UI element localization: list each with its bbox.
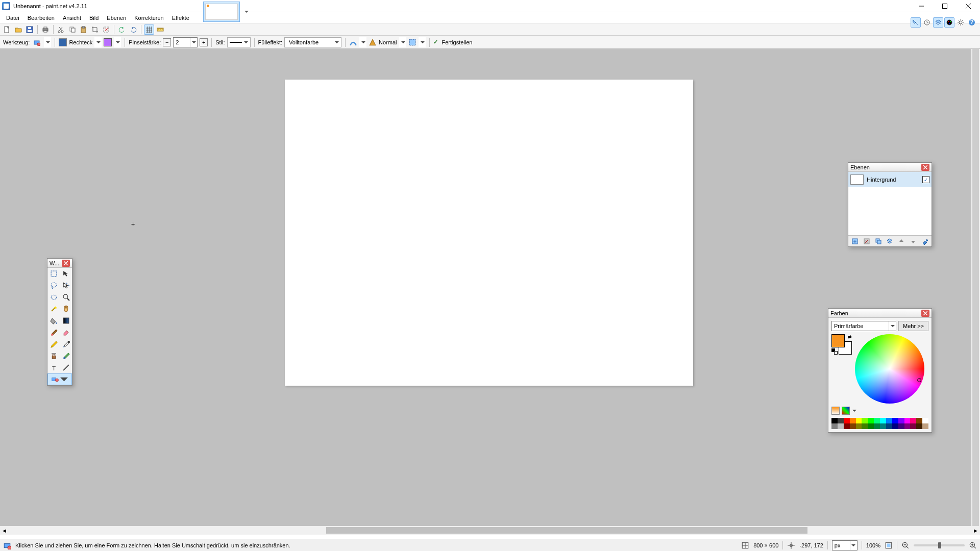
layer-add-button[interactable] <box>850 237 860 246</box>
selection-mode-icon[interactable] <box>408 38 416 46</box>
tool-dropdown[interactable] <box>44 37 51 47</box>
palette-cell[interactable] <box>862 418 868 423</box>
palette-cell[interactable] <box>910 418 916 423</box>
tool-color-picker[interactable] <box>60 338 72 350</box>
shape-fill-dropdown[interactable] <box>114 37 121 47</box>
palette-cell[interactable] <box>922 423 928 429</box>
palette-cell[interactable] <box>856 418 862 423</box>
layer-props-button[interactable] <box>920 237 929 246</box>
tool-pencil[interactable] <box>47 338 60 350</box>
palette-cell[interactable] <box>916 423 922 429</box>
tool-icon-button[interactable] <box>32 37 42 47</box>
shape-fill-swatch[interactable] <box>104 38 112 46</box>
minimize-button[interactable] <box>910 0 933 12</box>
swap-colors-icon[interactable]: ⇄ <box>848 334 852 339</box>
palette-cell[interactable] <box>831 423 838 429</box>
tool-move-pixels[interactable] <box>60 280 72 291</box>
palette-cell[interactable] <box>844 423 850 429</box>
shape-icon[interactable] <box>59 38 67 46</box>
redo-button[interactable] <box>128 24 138 35</box>
layer-delete-button[interactable] <box>862 237 871 246</box>
canvas[interactable] <box>285 80 693 386</box>
layer-duplicate-button[interactable] <box>874 237 883 246</box>
menu-image[interactable]: Bild <box>85 14 103 22</box>
color-palette[interactable] <box>831 418 928 429</box>
tools-window-toggle[interactable] <box>911 17 921 28</box>
maximize-button[interactable] <box>933 0 957 12</box>
layer-up-button[interactable] <box>897 237 906 246</box>
palette-cell[interactable] <box>838 418 844 423</box>
palette-manage-button[interactable] <box>842 407 850 415</box>
tools-panel[interactable]: W... T <box>47 258 72 386</box>
v-scrollbar[interactable] <box>971 49 980 526</box>
palette-cell[interactable] <box>922 418 928 423</box>
save-button[interactable] <box>24 24 35 35</box>
copy-button[interactable] <box>67 24 78 35</box>
palette-cell[interactable] <box>886 418 892 423</box>
tool-ellipse-select[interactable] <box>47 291 60 303</box>
document-list-expand[interactable] <box>243 8 250 15</box>
palette-cell[interactable] <box>880 418 886 423</box>
palette-cell[interactable] <box>916 418 922 423</box>
color-wheel-cursor[interactable] <box>917 378 921 382</box>
menu-adjustments[interactable]: Korrekturen <box>130 14 167 22</box>
brush-size-dropdown[interactable] <box>190 38 197 47</box>
paste-button[interactable] <box>79 24 89 35</box>
tool-eraser[interactable] <box>60 327 72 338</box>
layers-list[interactable]: Hintergrund ✓ <box>848 172 932 235</box>
palette-cell[interactable] <box>910 423 916 429</box>
zoom-knob[interactable] <box>938 542 941 548</box>
tool-magic-wand[interactable] <box>47 303 60 315</box>
palette-cell[interactable] <box>874 423 880 429</box>
line-style-select[interactable] <box>227 37 251 47</box>
menu-file[interactable]: Datei <box>2 14 23 22</box>
zoom-slider[interactable] <box>914 544 965 546</box>
tool-line[interactable] <box>60 362 72 373</box>
crop-button[interactable] <box>90 24 100 35</box>
undo-button[interactable] <box>117 24 127 35</box>
antialias-dropdown[interactable] <box>359 37 366 47</box>
palette-cell[interactable] <box>862 423 868 429</box>
layer-visible-checkbox[interactable]: ✓ <box>922 176 929 183</box>
palette-cell[interactable] <box>831 418 838 423</box>
history-window-toggle[interactable] <box>922 17 932 28</box>
colors-window-toggle[interactable] <box>944 17 954 28</box>
palette-cell[interactable] <box>898 418 904 423</box>
open-file-button[interactable] <box>13 24 23 35</box>
palette-cell[interactable] <box>898 423 904 429</box>
colors-more-button[interactable]: Mehr >> <box>898 321 928 331</box>
workspace[interactable]: + ◄ ► <box>0 49 980 535</box>
document-thumb[interactable] <box>203 2 240 22</box>
tool-bucket[interactable] <box>47 315 60 327</box>
layers-panel[interactable]: Ebenen Hintergrund ✓ <box>848 162 932 247</box>
tool-brush[interactable] <box>47 327 60 338</box>
layer-row[interactable]: Hintergrund ✓ <box>848 172 932 187</box>
tool-move-selection[interactable] <box>60 268 72 280</box>
palette-cell[interactable] <box>856 423 862 429</box>
color-wheel[interactable] <box>855 334 924 404</box>
reset-bw-icon[interactable] <box>831 348 838 355</box>
brush-size-field[interactable] <box>174 39 190 45</box>
tool-zoom[interactable] <box>60 291 72 303</box>
color-which-select[interactable]: Primärfarbe <box>831 321 896 331</box>
settings-button[interactable] <box>955 17 966 28</box>
colors-panel-close[interactable] <box>921 310 929 317</box>
zoom-out-button[interactable] <box>901 541 910 549</box>
v-scroll-thumb[interactable] <box>972 49 979 526</box>
h-scrollbar[interactable]: ◄ ► <box>0 526 980 535</box>
selection-mode-dropdown[interactable] <box>419 37 426 47</box>
tool-recolor[interactable] <box>60 350 72 362</box>
zoom-in-button[interactable] <box>969 541 977 549</box>
blend-dropdown[interactable] <box>399 37 406 47</box>
help-button[interactable]: ? <box>967 17 977 28</box>
status-unit-select[interactable]: px <box>832 540 857 550</box>
tool-text[interactable]: T <box>47 362 60 373</box>
cut-button[interactable] <box>56 24 66 35</box>
colors-panel[interactable]: Farben Primärfarbe Mehr >> ⇄ <box>828 308 932 433</box>
blend-icon[interactable] <box>369 38 377 46</box>
status-fit-icon[interactable] <box>885 541 893 549</box>
palette-dropdown[interactable] <box>852 409 857 413</box>
close-button[interactable] <box>957 0 980 12</box>
palette-cell[interactable] <box>850 418 856 423</box>
palette-cell[interactable] <box>844 418 850 423</box>
